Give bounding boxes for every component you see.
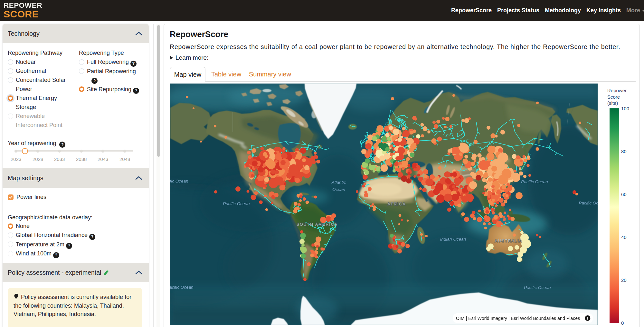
svg-text:Indian Ocean: Indian Ocean: [440, 237, 466, 242]
svg-text:Pacific Ocean: Pacific Ocean: [223, 201, 250, 206]
svg-text:Pacific Ocean: Pacific Ocean: [521, 179, 548, 184]
svg-text:Atlantic: Atlantic: [331, 180, 346, 185]
svg-text:AFRICA: AFRICA: [387, 202, 406, 206]
svg-text:Pacific Ocean: Pacific Ocean: [579, 201, 598, 205]
svg-text:Pacific Ocean: Pacific Ocean: [524, 285, 551, 290]
svg-text:OIM | Esri World Imagery | Esr: OIM | Esri World Imagery | Esri World Bo…: [456, 316, 580, 321]
svg-text:SOUTH AMERICA: SOUTH AMERICA: [297, 222, 338, 227]
svg-text:Pacific Ocean: Pacific Ocean: [170, 285, 194, 290]
svg-text:Ocean: Ocean: [332, 187, 345, 192]
svg-text:Pacific Ocean: Pacific Ocean: [170, 179, 188, 183]
svg-text:AUSTRALIA: AUSTRALIA: [495, 239, 523, 243]
svg-text:i: i: [587, 316, 588, 321]
